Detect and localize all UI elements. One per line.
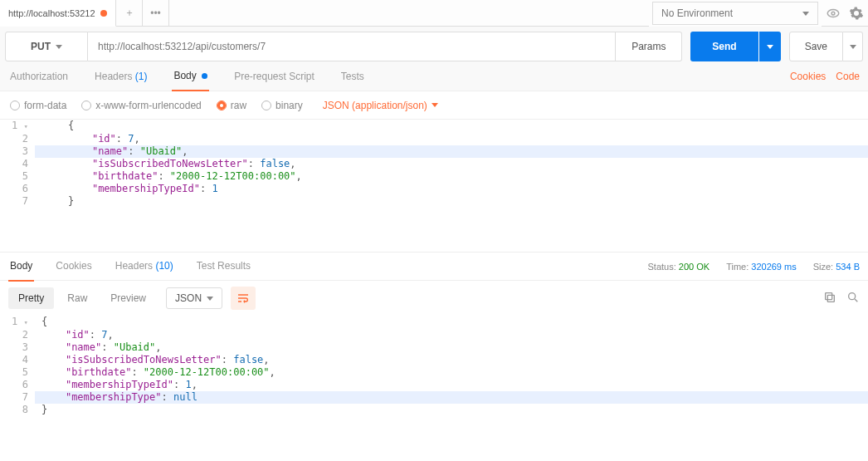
line-number: 4: [0, 354, 35, 366]
line-number: 1 ▾: [0, 120, 35, 133]
code-line[interactable]: 3 "name": "Ubaid",: [0, 341, 868, 354]
line-number: 6: [0, 183, 35, 195]
line-number: 3: [0, 341, 35, 354]
unsaved-dot-icon: [100, 10, 107, 17]
body-type-binary[interactable]: binary: [261, 100, 303, 111]
chevron-down-icon: [432, 103, 438, 107]
code-line[interactable]: 3 "name": "Ubaid",: [0, 145, 868, 158]
code-line[interactable]: 6 "membershipTypeId": 1: [0, 183, 868, 195]
response-header-row: Body Cookies Headers (10) Test Results S…: [0, 253, 868, 281]
chevron-down-icon: [767, 45, 773, 49]
method-select[interactable]: PUT: [5, 32, 88, 61]
svg-point-0: [827, 9, 839, 17]
code-link[interactable]: Code: [836, 71, 860, 82]
response-format-select[interactable]: JSON: [166, 287, 222, 309]
code-line[interactable]: 4 "isSubscribedToNewsLetter": false,: [0, 354, 868, 366]
code-line[interactable]: 5 "birthdate": "2000-12-12T00:00:00",: [0, 170, 868, 183]
copy-response-icon[interactable]: [823, 291, 836, 307]
resp-headers-count: (10): [155, 260, 173, 272]
body-dot-icon: [202, 73, 207, 79]
code-line[interactable]: 1 ▾{: [0, 120, 868, 133]
time-value: 320269 ms: [751, 262, 796, 272]
body-type-raw[interactable]: raw: [217, 100, 246, 111]
line-number: 4: [0, 158, 35, 170]
response-stats: Status: 200 OK Time: 320269 ms Size: 534…: [648, 262, 861, 272]
new-tab-button[interactable]: ＋: [116, 0, 143, 27]
resp-tab-headers[interactable]: Headers (10): [114, 252, 175, 282]
view-raw[interactable]: Raw: [57, 287, 97, 309]
tab-label: http://localhost:53212: [8, 8, 95, 18]
resp-tab-tests[interactable]: Test Results: [195, 252, 252, 282]
code-line[interactable]: 7}: [0, 195, 868, 208]
cookies-link[interactable]: Cookies: [790, 71, 826, 82]
radio-icon: [261, 101, 271, 110]
url-input[interactable]: http://localhost:53212/api/customers/7: [88, 32, 616, 61]
line-number: 2: [0, 329, 35, 341]
resp-tab-body[interactable]: Body: [8, 252, 34, 282]
line-number: 2: [0, 133, 35, 145]
chevron-down-icon: [802, 12, 809, 16]
line-number: 7: [0, 391, 35, 404]
code-line[interactable]: 2 "id": 7,: [0, 133, 868, 145]
wrap-lines-button[interactable]: [231, 287, 256, 310]
env-quicklook-icon[interactable]: [822, 0, 845, 27]
code-line[interactable]: 6 "membershipTypeId": 1,: [0, 379, 868, 391]
radio-icon: [81, 101, 91, 110]
content-type-select[interactable]: JSON (application/json): [323, 100, 438, 111]
tab-headers[interactable]: Headers (1): [93, 62, 149, 91]
url-value: http://localhost:53212/api/customers/7: [98, 41, 266, 52]
svg-point-1: [831, 12, 835, 15]
headers-count: (1): [135, 71, 148, 82]
radio-selected-icon: [217, 101, 227, 110]
environment-select[interactable]: No Environment: [652, 2, 818, 25]
environment-label: No Environment: [661, 7, 733, 19]
method-label: PUT: [31, 41, 51, 52]
tab-body[interactable]: Body: [172, 61, 209, 91]
request-tabs: Authorization Headers (1) Body Pre-reque…: [0, 61, 868, 91]
chevron-down-icon: [850, 45, 856, 49]
radio-icon: [10, 101, 20, 110]
code-line[interactable]: 4 "isSubscribedToNewsLetter": false,: [0, 158, 868, 170]
tab-authorization[interactable]: Authorization: [8, 62, 70, 91]
line-number: 6: [0, 379, 35, 391]
settings-gear-icon[interactable]: [845, 0, 868, 27]
save-button[interactable]: Save: [789, 32, 843, 61]
view-pretty[interactable]: Pretty: [8, 287, 54, 309]
body-type-row: form-data x-www-form-urlencoded raw bina…: [0, 91, 868, 120]
params-button[interactable]: Params: [616, 32, 682, 61]
chevron-down-icon: [56, 45, 62, 49]
send-options-button[interactable]: [759, 32, 781, 61]
search-response-icon[interactable]: [846, 291, 860, 307]
request-tab[interactable]: http://localhost:53212: [0, 0, 116, 27]
send-button[interactable]: Send: [690, 32, 758, 61]
svg-rect-2: [827, 295, 834, 302]
tab-tests[interactable]: Tests: [339, 62, 366, 91]
tab-prerequest[interactable]: Pre-request Script: [232, 62, 316, 91]
line-number: 5: [0, 366, 35, 379]
code-line[interactable]: 8}: [0, 404, 868, 416]
line-number: 3: [0, 145, 35, 158]
size-value: 534 B: [836, 262, 860, 272]
status-value: 200 OK: [679, 262, 710, 272]
body-type-urlencoded[interactable]: x-www-form-urlencoded: [81, 100, 201, 111]
line-number: 1 ▾: [0, 316, 35, 329]
svg-rect-3: [826, 292, 832, 299]
code-line[interactable]: 5 "birthdate": "2000-12-12T00:00:00",: [0, 366, 868, 379]
response-body-viewer[interactable]: 1 ▾{2 "id": 7,3 "name": "Ubaid",4 "isSub…: [0, 316, 868, 416]
response-toolbar: Pretty Raw Preview JSON: [0, 281, 868, 316]
resp-tab-cookies[interactable]: Cookies: [54, 252, 93, 282]
chevron-down-icon: [207, 297, 213, 301]
request-body-editor[interactable]: 1 ▾{2 "id": 7,3 "name": "Ubaid",4 "isSub…: [0, 120, 868, 253]
code-line[interactable]: 1 ▾{: [0, 316, 868, 329]
svg-point-4: [849, 292, 856, 299]
request-row: PUT http://localhost:53212/api/customers…: [0, 27, 868, 61]
code-line[interactable]: 7 "membershipType": null: [0, 391, 868, 404]
tab-options-button[interactable]: •••: [143, 0, 169, 27]
top-bar: http://localhost:53212 ＋ ••• No Environm…: [0, 0, 868, 27]
body-type-formdata[interactable]: form-data: [10, 100, 66, 111]
code-line[interactable]: 2 "id": 7,: [0, 329, 868, 341]
view-preview[interactable]: Preview: [100, 287, 156, 309]
line-number: 8: [0, 404, 35, 416]
line-number: 5: [0, 170, 35, 183]
save-options-button[interactable]: [843, 32, 863, 61]
